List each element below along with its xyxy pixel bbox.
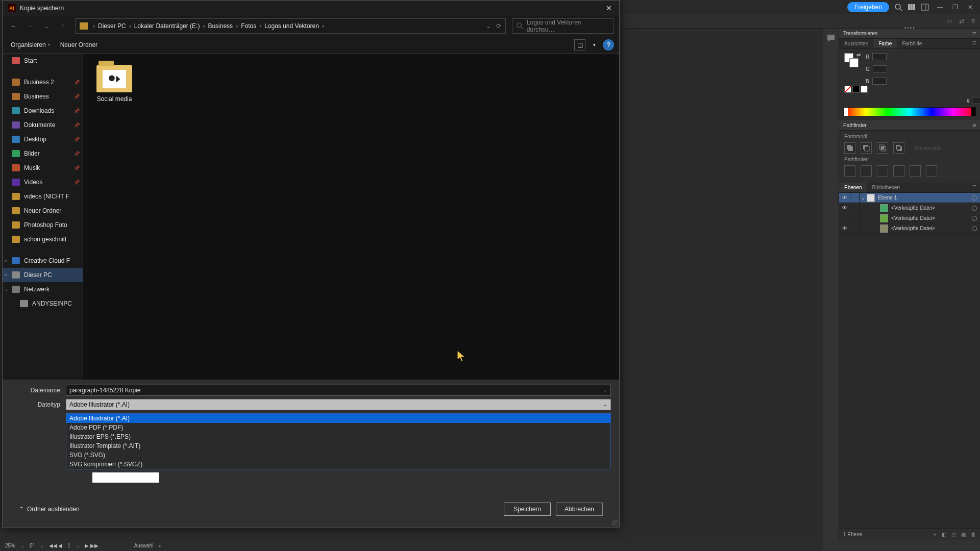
breadcrumb-segment[interactable]: Logos und Vektoren bbox=[262, 21, 321, 31]
visibility-icon[interactable]: 👁 bbox=[839, 193, 850, 203]
sidebar-tree-item[interactable]: > Creative Cloud F bbox=[3, 254, 83, 268]
workspace-icon[interactable] bbox=[921, 3, 929, 11]
visibility-icon[interactable]: 👁 bbox=[839, 223, 850, 233]
expander-icon[interactable]: > bbox=[5, 258, 7, 263]
pathfinder-header[interactable]: Pathfinder ≡ bbox=[839, 120, 980, 131]
merge-button[interactable] bbox=[877, 165, 888, 177]
target-icon[interactable] bbox=[972, 206, 977, 211]
filetype-option[interactable]: SVG (*.SVG) bbox=[66, 450, 610, 460]
tab-layers[interactable]: Ebenen bbox=[839, 183, 867, 192]
g-input[interactable] bbox=[873, 65, 887, 72]
layers-panel[interactable]: 👁 ⌄ Ebene 1 👁 <Verknüpfte Datei> bbox=[839, 193, 980, 529]
sidebar-item[interactable]: Downloads 📌 bbox=[3, 104, 83, 118]
visibility-icon[interactable]: 👁 bbox=[839, 203, 850, 213]
sidebar-item[interactable]: Videos 📌 bbox=[3, 175, 83, 189]
search-icon[interactable] bbox=[894, 3, 902, 11]
history-chevron-icon[interactable]: ⌄ bbox=[486, 22, 491, 30]
comment-icon[interactable] bbox=[826, 34, 836, 43]
dialog-titlebar[interactable]: Ai Kopie speichern ✕ bbox=[3, 1, 619, 16]
filetype-combo[interactable]: Adobe Illustrator (*.AI) ⌄ bbox=[66, 399, 611, 410]
layer-row[interactable]: <Verknüpfte Datei> bbox=[839, 213, 980, 223]
clip-icon[interactable]: ◧ bbox=[942, 532, 946, 538]
sidebar-tree-item[interactable]: > Dieser PC bbox=[3, 268, 83, 282]
recent-chevron-icon[interactable]: ⌄ bbox=[40, 20, 53, 32]
target-icon[interactable] bbox=[972, 195, 977, 201]
breadcrumb-segment[interactable]: Business bbox=[206, 21, 235, 31]
panel-menu-icon[interactable]: ≡ bbox=[972, 39, 977, 47]
share-button[interactable]: Freigeben bbox=[847, 2, 889, 12]
outline-button[interactable] bbox=[910, 165, 921, 177]
pin-icon[interactable]: 📌 bbox=[74, 108, 80, 114]
sidebar-item[interactable]: Bilder 📌 bbox=[3, 146, 83, 161]
minus-back-button[interactable] bbox=[926, 165, 937, 177]
folder-item[interactable]: Social media bbox=[91, 62, 137, 106]
file-pane[interactable]: Social media bbox=[83, 54, 619, 380]
layer-row[interactable]: 👁 ⌄ Ebene 1 bbox=[839, 193, 980, 203]
filetype-option[interactable]: Illustrator Template (*.AIT) bbox=[66, 441, 610, 450]
breadcrumb-segment[interactable]: Lokaler Datenträger (E:) bbox=[132, 21, 202, 31]
pin-icon[interactable]: 📌 bbox=[74, 94, 80, 99]
up-button[interactable]: ↑ bbox=[57, 20, 69, 32]
color-spectrum[interactable] bbox=[843, 107, 976, 116]
expander-icon[interactable]: ⌄ bbox=[5, 287, 9, 292]
pin-icon[interactable]: 📌 bbox=[74, 137, 80, 142]
sidebar-item[interactable]: Musik 📌 bbox=[3, 161, 83, 175]
delete-icon[interactable]: 🗑 bbox=[971, 532, 976, 538]
expand-button[interactable]: Umwandeln bbox=[915, 145, 942, 151]
crop-button[interactable] bbox=[893, 165, 904, 177]
panel-toggle-icon[interactable]: ▭ bbox=[946, 17, 952, 24]
sidebar-item[interactable]: Dokumente 📌 bbox=[3, 118, 83, 132]
artboard-nav[interactable]: ◀◀ ◀ bbox=[49, 543, 63, 548]
target-icon[interactable] bbox=[972, 226, 977, 231]
breadcrumb[interactable]: › Dieser PC› Lokaler Datenträger (E:)› B… bbox=[75, 18, 506, 34]
locate-icon[interactable]: ⌖ bbox=[934, 532, 937, 538]
expander-icon[interactable]: > bbox=[5, 272, 7, 278]
sidebar-tree-item[interactable]: ⌄ Netzwerk bbox=[3, 282, 83, 296]
new-folder-button[interactable]: Neuer Ordner bbox=[60, 41, 97, 48]
sidebar-item[interactable]: Desktop 📌 bbox=[3, 132, 83, 146]
exclude-button[interactable] bbox=[893, 142, 904, 154]
pin-icon[interactable]: 📌 bbox=[74, 180, 80, 185]
layer-row[interactable]: 👁 <Verknüpfte Datei> bbox=[839, 223, 980, 234]
sidebar-item[interactable]: Neuer Ordner bbox=[3, 204, 83, 218]
sidebar-item[interactable]: schon geschnitt bbox=[3, 232, 83, 246]
layer-row[interactable]: 👁 <Verknüpfte Datei> bbox=[839, 203, 980, 213]
sidebar-item-start[interactable]: Start bbox=[3, 54, 83, 68]
forward-button[interactable]: → bbox=[24, 20, 36, 32]
panel-menu-icon[interactable]: ≡ bbox=[972, 183, 977, 191]
sidebar-tree-item[interactable]: ANDYSEINPC bbox=[3, 296, 83, 311]
close-icon[interactable]: ✕ bbox=[604, 3, 614, 13]
refresh-icon[interactable]: ⟳ bbox=[496, 22, 501, 30]
help-button[interactable]: ? bbox=[603, 39, 614, 51]
trim-button[interactable] bbox=[861, 165, 872, 177]
sidebar-item[interactable]: Business 2 📌 bbox=[3, 75, 83, 89]
view-mode-button[interactable]: ◫ bbox=[574, 39, 585, 51]
hide-folders-button[interactable]: ⌃ Ordner ausblenden bbox=[19, 506, 80, 513]
window-close-icon[interactable]: ✕ bbox=[968, 4, 975, 11]
tab-color[interactable]: Farbe bbox=[873, 39, 897, 48]
disclosure-icon[interactable]: ⌄ bbox=[860, 195, 867, 201]
new-sublayer-icon[interactable]: ◳ bbox=[951, 532, 956, 538]
hex-input[interactable] bbox=[972, 97, 980, 104]
organize-button[interactable]: Organisieren▾ bbox=[8, 39, 53, 51]
unite-button[interactable] bbox=[844, 142, 855, 154]
pin-icon[interactable]: 📌 bbox=[74, 151, 80, 157]
tab-libraries[interactable]: Bibliotheken bbox=[867, 183, 904, 192]
swap-icon[interactable]: ⇄ bbox=[856, 52, 861, 58]
panel-menu-icon[interactable]: ≡ bbox=[972, 30, 977, 38]
save-button[interactable]: Speichern bbox=[504, 503, 551, 516]
pin-icon[interactable]: 📌 bbox=[74, 80, 80, 85]
chevron-down-icon[interactable]: ⌄ bbox=[603, 388, 607, 393]
b-input[interactable] bbox=[872, 78, 887, 85]
sidebar-item[interactable]: Photoshop Foto bbox=[3, 218, 83, 232]
panel-toggle2-icon[interactable]: ⇄ bbox=[959, 17, 964, 24]
breadcrumb-segment[interactable]: Fotos bbox=[239, 21, 258, 31]
target-icon[interactable] bbox=[972, 216, 977, 221]
tab-colorguide[interactable]: Farbhilfe bbox=[897, 39, 927, 48]
sidebar-item[interactable]: Business 📌 bbox=[3, 89, 83, 104]
arrange-icon[interactable] bbox=[908, 3, 916, 11]
window-minimize-icon[interactable]: — bbox=[937, 4, 944, 11]
cancel-button[interactable]: Abbrechen bbox=[556, 503, 603, 516]
page-field[interactable]: 1 bbox=[67, 543, 70, 548]
rotation-field[interactable]: 0° bbox=[30, 543, 35, 548]
